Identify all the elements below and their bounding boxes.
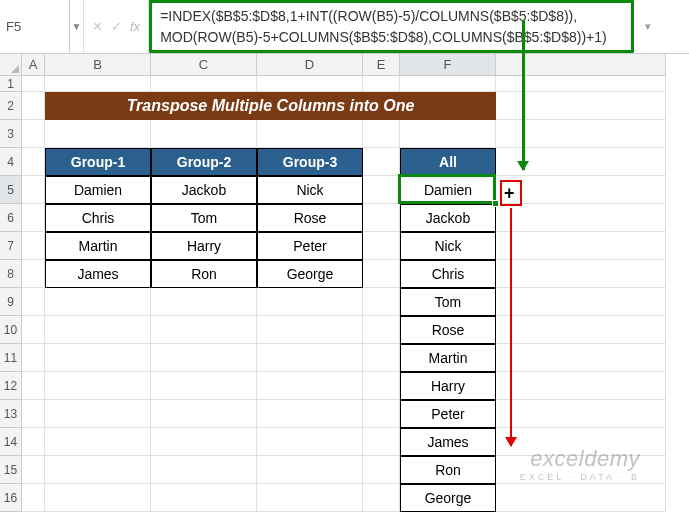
col-header[interactable]: F	[400, 54, 496, 76]
enter-icon[interactable]: ✓	[111, 19, 122, 34]
cell[interactable]	[151, 428, 257, 456]
row-header[interactable]: 3	[0, 120, 22, 148]
cell[interactable]	[257, 428, 363, 456]
cell[interactable]: Martin	[45, 232, 151, 260]
cell[interactable]	[45, 372, 151, 400]
cell[interactable]	[363, 260, 400, 288]
col-header[interactable]: A	[22, 54, 45, 76]
cell[interactable]	[363, 288, 400, 316]
cell[interactable]: Jackob	[400, 204, 496, 232]
cell[interactable]	[496, 344, 666, 372]
cell[interactable]: Rose	[257, 204, 363, 232]
cell[interactable]	[22, 92, 45, 120]
cell[interactable]	[151, 288, 257, 316]
cell[interactable]	[257, 288, 363, 316]
col-header[interactable]: D	[257, 54, 363, 76]
cell[interactable]	[22, 232, 45, 260]
cell[interactable]	[496, 316, 666, 344]
cell[interactable]	[496, 260, 666, 288]
row-header[interactable]: 2	[0, 92, 22, 120]
fx-icon[interactable]: fx	[130, 19, 140, 34]
header-all[interactable]: All	[400, 148, 496, 176]
cell[interactable]	[22, 176, 45, 204]
cell[interactable]	[45, 288, 151, 316]
header-group1[interactable]: Group-1	[45, 148, 151, 176]
cell[interactable]	[22, 288, 45, 316]
cell[interactable]	[22, 372, 45, 400]
cell[interactable]	[22, 428, 45, 456]
row-header[interactable]: 13	[0, 400, 22, 428]
cell[interactable]	[257, 400, 363, 428]
cell[interactable]	[496, 288, 666, 316]
cell[interactable]	[151, 120, 257, 148]
header-group2[interactable]: Group-2	[151, 148, 257, 176]
row-header[interactable]: 12	[0, 372, 22, 400]
cell[interactable]	[45, 76, 151, 92]
cell[interactable]: Ron	[151, 260, 257, 288]
formula-input[interactable]: =INDEX($B$5:$D$8,1+INT((ROW(B5)-5)/COLUM…	[149, 0, 634, 53]
cell[interactable]	[257, 456, 363, 484]
cell[interactable]: Nick	[257, 176, 363, 204]
cell[interactable]	[22, 484, 45, 512]
cell[interactable]	[22, 204, 45, 232]
col-header[interactable]: C	[151, 54, 257, 76]
cell[interactable]: Harry	[151, 232, 257, 260]
cell[interactable]	[22, 76, 45, 92]
cell[interactable]	[45, 400, 151, 428]
cell[interactable]	[257, 76, 363, 92]
cell[interactable]: James	[45, 260, 151, 288]
row-header[interactable]: 14	[0, 428, 22, 456]
cell[interactable]	[363, 428, 400, 456]
cell[interactable]: Peter	[400, 400, 496, 428]
cell[interactable]	[363, 456, 400, 484]
cell[interactable]	[496, 232, 666, 260]
cell[interactable]	[363, 344, 400, 372]
cell[interactable]	[45, 120, 151, 148]
cancel-icon[interactable]: ✕	[92, 19, 103, 34]
row-header[interactable]: 7	[0, 232, 22, 260]
name-box-dropdown-icon[interactable]: ▼	[70, 0, 84, 53]
cell[interactable]	[257, 372, 363, 400]
cell[interactable]	[363, 120, 400, 148]
cell[interactable]	[45, 344, 151, 372]
cell[interactable]	[363, 232, 400, 260]
cell[interactable]	[400, 76, 496, 92]
cell[interactable]: George	[257, 260, 363, 288]
cell[interactable]	[400, 120, 496, 148]
cell[interactable]: George	[400, 484, 496, 512]
cell[interactable]: Jackob	[151, 176, 257, 204]
cell[interactable]	[496, 372, 666, 400]
row-header[interactable]: 1	[0, 76, 22, 92]
cell[interactable]	[496, 176, 666, 204]
cell[interactable]	[45, 428, 151, 456]
row-header[interactable]: 8	[0, 260, 22, 288]
cell[interactable]	[363, 76, 400, 92]
row-header[interactable]: 11	[0, 344, 22, 372]
cell[interactable]	[22, 316, 45, 344]
cell[interactable]	[151, 484, 257, 512]
cell[interactable]: Chris	[45, 204, 151, 232]
cell[interactable]	[22, 148, 45, 176]
title-banner[interactable]: Transpose Multiple Columns into One	[45, 92, 496, 120]
cell[interactable]	[22, 120, 45, 148]
cell[interactable]	[151, 372, 257, 400]
select-all-corner[interactable]	[0, 54, 22, 76]
cell[interactable]	[496, 400, 666, 428]
cell[interactable]: Nick	[400, 232, 496, 260]
cell[interactable]: Rose	[400, 316, 496, 344]
cell[interactable]: Ron	[400, 456, 496, 484]
cell[interactable]	[22, 400, 45, 428]
cell[interactable]	[151, 344, 257, 372]
cell[interactable]: Chris	[400, 260, 496, 288]
cell[interactable]: Tom	[151, 204, 257, 232]
cell[interactable]	[257, 120, 363, 148]
expand-formula-icon[interactable]: ▾	[645, 19, 651, 35]
name-box[interactable]: F5	[0, 0, 70, 53]
cell[interactable]	[151, 316, 257, 344]
cell[interactable]	[496, 484, 666, 512]
row-header[interactable]: 15	[0, 456, 22, 484]
row-header[interactable]: 16	[0, 484, 22, 512]
cell[interactable]	[363, 148, 400, 176]
cell[interactable]	[22, 260, 45, 288]
cell[interactable]	[151, 76, 257, 92]
